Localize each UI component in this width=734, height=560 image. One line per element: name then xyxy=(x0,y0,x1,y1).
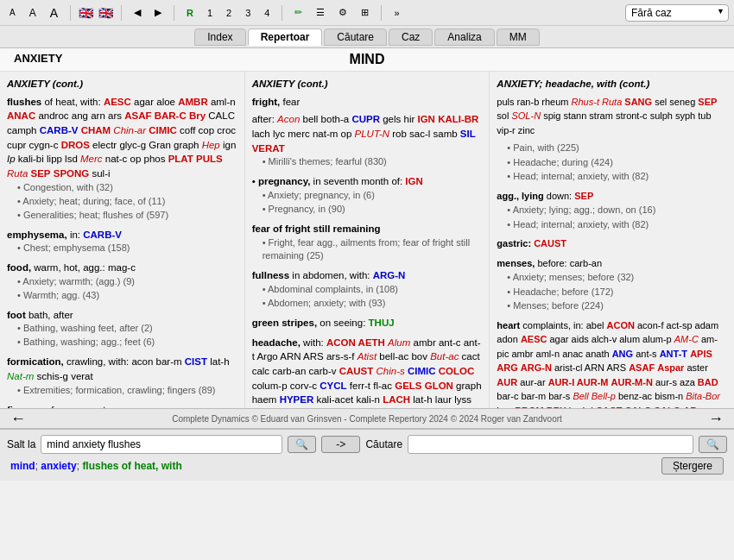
bullet-headache-before[interactable]: Headache; before (172) xyxy=(497,285,727,299)
remedy-plut-n[interactable]: PLUT-N xyxy=(355,129,389,139)
remedy-chin-s[interactable]: Chin-s xyxy=(376,366,404,376)
remedy-caust2[interactable]: CAUST xyxy=(534,238,566,249)
tab-mm[interactable]: MM xyxy=(497,28,540,46)
remedy-carbv2[interactable]: CARB-V xyxy=(83,230,122,240)
remedy-aspar[interactable]: Aspar xyxy=(657,362,684,373)
remedy-dros[interactable]: DROS xyxy=(61,140,90,150)
prev-btn[interactable]: ◀ xyxy=(130,5,145,20)
remedy-acon4[interactable]: ACON xyxy=(607,320,635,330)
remedy-arg-n[interactable]: ARG-N xyxy=(373,270,406,280)
remedy-calc-ar[interactable]: CALC-AR xyxy=(654,406,697,408)
tab-analiza[interactable]: Analiza xyxy=(434,28,494,46)
remedy-ign[interactable]: IGN xyxy=(417,114,434,124)
remedy-hep[interactable]: Hep xyxy=(202,140,220,150)
remedy-acon3[interactable]: ACON AETH xyxy=(326,337,385,348)
remedy-aur-i[interactable]: AUR-I AUR-M xyxy=(548,377,609,387)
list-btn[interactable]: ☰ xyxy=(312,5,329,20)
remedy-cist[interactable]: CIST xyxy=(185,356,207,367)
remedy-cact[interactable]: CACT CALC xyxy=(596,406,651,408)
bullet-head-internal[interactable]: Head; internal; anxiety, with (82) xyxy=(497,171,649,181)
expand-btn[interactable]: » xyxy=(389,6,403,20)
bullet-congestion[interactable]: Congestion, with (32) xyxy=(7,181,237,195)
remedy-bita-bor[interactable]: Bita-Bor xyxy=(686,391,720,401)
remedy-hyper[interactable]: HYPER xyxy=(280,394,314,405)
remedy-ign2[interactable]: IGN xyxy=(405,176,422,186)
tab-index[interactable]: Index xyxy=(194,28,245,46)
remedy-cimic2[interactable]: CIMIC xyxy=(408,366,436,376)
tab-caz[interactable]: Caz xyxy=(389,28,433,46)
remedy-bry[interactable]: Bry xyxy=(189,110,206,121)
remedy-chin-ar[interactable]: Chin-ar xyxy=(113,125,146,135)
bullet-anxiety-warmth[interactable]: Anxiety; warmth; (agg.) (9) xyxy=(7,275,237,289)
remedy-ruta[interactable]: Ruta xyxy=(7,168,28,179)
qr-btn[interactable]: ⊞ xyxy=(357,5,373,20)
remedy-cimic[interactable]: Cimic xyxy=(149,125,177,135)
remedy-spong[interactable]: SPONG xyxy=(54,168,90,179)
bullet-chest-emphysema[interactable]: Chest; emphysema (158) xyxy=(7,242,237,255)
remedy-sol-n[interactable]: SOL-N xyxy=(511,110,541,121)
remedy-plat[interactable]: PLAT PULS xyxy=(168,154,223,164)
remedy-atist[interactable]: Atist xyxy=(358,351,376,362)
search-right-btn[interactable]: 🔍 xyxy=(699,436,727,453)
remedy-gels[interactable]: GELS GLON xyxy=(395,381,453,391)
bullet-bathing-agg[interactable]: Bathing, washing; agg.; feet (6) xyxy=(7,336,237,349)
nav-left-arrow[interactable]: ← xyxy=(7,410,29,428)
remedy-thuj[interactable]: THUJ xyxy=(369,318,395,328)
remedy-bad[interactable]: BAD xyxy=(698,377,718,387)
remedy-verat[interactable]: VERAT xyxy=(252,143,285,154)
remedy-but-ac[interactable]: But-ac xyxy=(430,351,459,362)
remedy-aesc[interactable]: Aesc xyxy=(104,97,131,107)
bullet-anxiety-menses[interactable]: Anxiety; menses; before (32) xyxy=(497,270,727,285)
remedy-asaf2[interactable]: ASAF xyxy=(629,362,655,373)
remedy-coloc[interactable]: COLOC xyxy=(439,366,475,376)
bullet-extremities[interactable]: Extremities; formication, crawling; fing… xyxy=(7,384,237,398)
remedy-sep3[interactable]: SEP xyxy=(574,191,593,201)
bullet-head-internal2[interactable]: Head; internal; anxiety, with (82) xyxy=(497,217,727,232)
bullet-abdominal[interactable]: Abdominal complaints, in (108) xyxy=(252,283,483,297)
pen-btn[interactable]: ✏ xyxy=(290,5,307,20)
bullet-anxiety-preg[interactable]: Anxiety; pregnancy, in (6) xyxy=(252,189,483,203)
tool-btn[interactable]: ⚙ xyxy=(334,5,351,20)
remedy-cham[interactable]: CHAM xyxy=(81,125,111,135)
font-small-btn[interactable]: A xyxy=(5,6,20,19)
bullet-generalities[interactable]: Generalities; heat; flushes of (597) xyxy=(7,209,237,223)
tab-repertoar[interactable]: Repertoar xyxy=(248,28,323,46)
bullet-bathing-feet[interactable]: Bathing, washing feet, after (2) xyxy=(7,322,237,336)
remedy-sep[interactable]: SEP xyxy=(31,168,51,179)
remedy-kali-b[interactable]: KALI-BR xyxy=(438,114,478,124)
remedy-aur-m-n[interactable]: AUR-M-N xyxy=(611,377,653,387)
bullet-mirilli[interactable]: Mirilli's themes; fearful (830) xyxy=(252,155,483,169)
search-left-btn[interactable]: 🔍 xyxy=(288,436,316,453)
font-large-btn[interactable]: A xyxy=(46,4,62,22)
bullet-warmth-agg[interactable]: Warmth; agg. (43) xyxy=(7,289,237,303)
tab-cautare[interactable]: Căutare xyxy=(324,28,387,46)
remedy-cupr[interactable]: CUPR xyxy=(351,114,380,124)
btn-4[interactable]: 4 xyxy=(260,6,274,20)
case-dropdown[interactable]: Fără caz xyxy=(625,4,729,22)
bullet-fear-fright[interactable]: Fright, fear agg., ailments from; fear o… xyxy=(252,236,483,264)
remedy-am-c[interactable]: AM-C xyxy=(674,334,699,344)
remedy-merc[interactable]: Merc xyxy=(80,154,103,164)
bullet-anxiety-heat[interactable]: Anxiety; heat; during; face, of (11) xyxy=(7,195,237,209)
remedy-carbv[interactable]: CARB-V xyxy=(40,125,79,135)
btn-2[interactable]: 2 xyxy=(222,6,236,20)
remedy-aur[interactable]: AUR xyxy=(497,377,517,387)
remedy-natm[interactable]: Nat-m xyxy=(7,371,34,381)
bullet-pain[interactable]: Pain, with (225) xyxy=(497,142,579,153)
remedy-arg-n2[interactable]: ARG-N xyxy=(521,362,552,373)
remedy-ruta2[interactable]: Ruta xyxy=(602,97,622,107)
remedy-acon2[interactable]: Acon xyxy=(277,114,300,124)
btn-3[interactable]: 3 xyxy=(241,6,255,20)
arrow-btn[interactable]: -> xyxy=(321,436,360,453)
search-right-input[interactable] xyxy=(408,435,693,454)
remedy-ambr[interactable]: Ambr xyxy=(178,97,208,107)
remedy-ang[interactable]: ANG xyxy=(612,349,633,359)
bullet-abdomen-anx[interactable]: Abdomen; anxiety; with (93) xyxy=(252,297,483,311)
next-btn[interactable]: ▶ xyxy=(150,5,166,20)
remedy-sep2[interactable]: SEP xyxy=(698,97,717,107)
remedy-anac[interactable]: Anac xyxy=(7,110,35,121)
bullet-pregnancy[interactable]: Pregnancy, in (90) xyxy=(252,203,483,217)
remedy-aesc2[interactable]: AESC xyxy=(521,334,547,344)
remedy-bell[interactable]: Bell Bell-p xyxy=(573,391,616,401)
remedy-asaf[interactable]: Asaf Bar-c xyxy=(124,110,187,121)
